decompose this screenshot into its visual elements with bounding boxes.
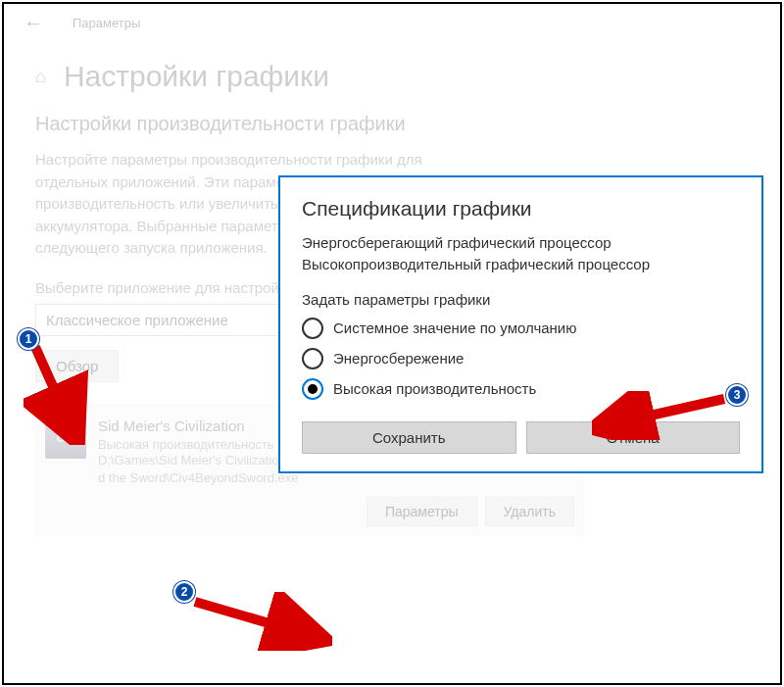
radio-icon xyxy=(302,318,323,339)
radio-power-saving[interactable]: Энергосбережение xyxy=(302,348,740,369)
dialog-sub: Задать параметры графики xyxy=(302,291,740,308)
window-title: Параметры xyxy=(73,16,140,30)
browse-button[interactable]: Обзор xyxy=(35,350,119,382)
radio-label: Энергосбережение xyxy=(333,350,464,367)
arrow-2 xyxy=(185,592,332,651)
app-icon: CIV xyxy=(45,417,86,459)
back-icon[interactable]: ← xyxy=(24,12,43,34)
page-title: Настройки графики xyxy=(64,60,329,93)
graphics-spec-dialog: Спецификации графики Энергосберегающий г… xyxy=(278,175,763,473)
radio-label: Высокая производительность xyxy=(333,380,536,397)
home-icon[interactable]: ⌂ xyxy=(35,67,46,87)
gpu-powersaving-label: Энергосберегающий графический процессор xyxy=(302,232,740,254)
callout-3: 3 xyxy=(726,384,748,406)
svg-line-3 xyxy=(195,602,313,636)
callout-1: 1 xyxy=(18,328,39,350)
app-params-button[interactable]: Параметры xyxy=(367,497,477,526)
radio-label: Системное значение по умолчанию xyxy=(333,319,577,336)
gpu-highperf-label: Высокопроизводительный графический проце… xyxy=(302,254,740,275)
radio-icon-selected xyxy=(302,378,323,400)
save-button[interactable]: Сохранить xyxy=(302,421,516,454)
app-type-dropdown[interactable]: Классическое приложение xyxy=(35,304,280,336)
radio-system-default[interactable]: Системное значение по умолчанию xyxy=(302,318,740,339)
radio-high-performance[interactable]: Высокая производительность xyxy=(302,378,740,400)
radio-icon xyxy=(302,348,323,369)
perf-subtitle: Настройки производительности графики xyxy=(35,113,749,135)
dropdown-value: Классическое приложение xyxy=(46,312,228,328)
app-remove-button[interactable]: Удалить xyxy=(485,497,574,526)
dialog-title: Спецификации графики xyxy=(302,197,740,221)
callout-2: 2 xyxy=(173,581,195,603)
cancel-button[interactable]: Отмена xyxy=(526,421,741,454)
